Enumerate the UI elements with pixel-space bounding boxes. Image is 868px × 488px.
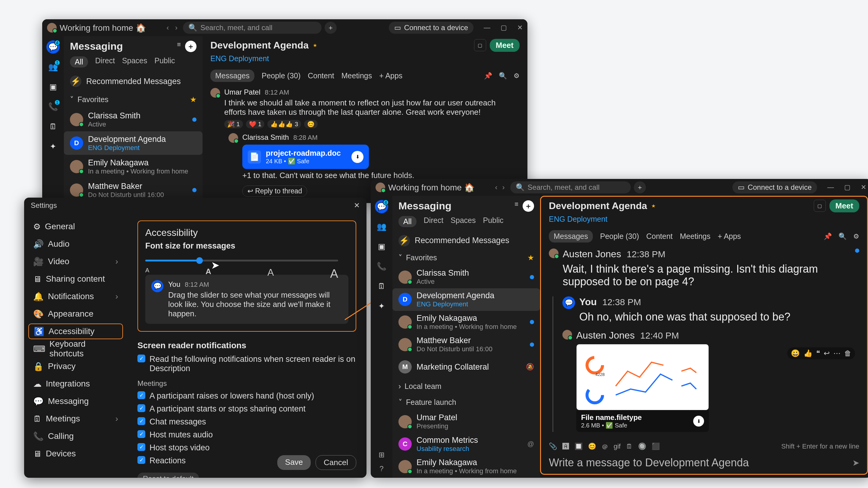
- tab-content[interactable]: Content: [646, 232, 673, 241]
- camera-button[interactable]: ▢: [474, 39, 486, 51]
- tab-apps[interactable]: + Apps: [718, 232, 741, 241]
- checkbox[interactable]: ✓: [137, 430, 145, 438]
- recommended-row[interactable]: ⚡ Recommended Messages: [64, 72, 203, 91]
- new-action-button[interactable]: ＋: [634, 181, 646, 193]
- tab-people[interactable]: People (30): [600, 232, 639, 241]
- record-icon[interactable]: 🔘: [638, 443, 646, 452]
- camera-button[interactable]: ▢: [814, 200, 826, 212]
- conv-emily[interactable]: Emily NakagawaIn a meeting • Working fro…: [64, 155, 203, 178]
- favorites-header[interactable]: ˅ Favorites ★: [64, 91, 203, 108]
- checkbox[interactable]: ✓: [137, 443, 145, 451]
- format-icon[interactable]: 🅰: [562, 443, 569, 452]
- filter-spaces[interactable]: Spaces: [122, 56, 147, 67]
- conv-umar[interactable]: Umar PatelPresenting: [393, 410, 540, 433]
- settings-nav-notifications[interactable]: 🔔Notifications›: [28, 289, 123, 304]
- react-smile[interactable]: 😀: [791, 349, 800, 358]
- settings-nav-general[interactable]: ⚙General: [28, 219, 123, 234]
- global-search[interactable]: 🔍 Search, meet, and call: [183, 22, 321, 34]
- tab-people[interactable]: People (30): [261, 71, 301, 80]
- feature-launch-header[interactable]: ˅Feature launch: [393, 394, 540, 411]
- author-avatar[interactable]: [228, 133, 238, 143]
- close-button[interactable]: ✕: [517, 24, 523, 32]
- react-more[interactable]: ⋯: [833, 349, 841, 358]
- checkbox[interactable]: ✓: [137, 404, 145, 412]
- checkbox[interactable]: ✓: [137, 456, 145, 464]
- react-thumbs[interactable]: 👍: [804, 349, 812, 358]
- pin-icon[interactable]: 📌: [824, 233, 832, 240]
- author-avatar[interactable]: [210, 88, 220, 98]
- settings-nav-appearance[interactable]: 🎨Appearance: [28, 306, 123, 322]
- meet-button[interactable]: Meet: [490, 39, 520, 52]
- minimize-button[interactable]: —: [827, 184, 834, 191]
- back-button[interactable]: ‹: [495, 183, 498, 191]
- font-size-slider[interactable]: A A A A ➤: [145, 255, 338, 268]
- settings-nav-meetings[interactable]: 🗓Meetings›: [28, 411, 123, 427]
- conv-development-agenda[interactable]: D Development AgendaENG Deployment: [64, 131, 203, 155]
- reset-button[interactable]: Reset to default: [137, 473, 199, 478]
- checkbox-row[interactable]: ✓A participant raises or lowers hand (ho…: [137, 390, 356, 402]
- local-team-header[interactable]: ›Local team: [393, 378, 540, 394]
- tab-meetings[interactable]: Meetings: [341, 71, 372, 80]
- space-link[interactable]: ENG Deployment: [210, 54, 520, 67]
- filter-icon[interactable]: ≡: [177, 41, 181, 52]
- settings-nav-audio[interactable]: 🔊Audio: [28, 236, 123, 252]
- favorite-star[interactable]: ★: [651, 203, 655, 209]
- help-icon[interactable]: ?: [379, 464, 383, 473]
- cancel-button[interactable]: Cancel: [315, 455, 356, 470]
- maximize-button[interactable]: ▢: [501, 24, 507, 32]
- filter-public[interactable]: Public: [154, 56, 175, 67]
- forward-button[interactable]: ›: [175, 24, 178, 32]
- checkbox-row[interactable]: ✓Host stops video: [137, 441, 356, 454]
- save-button[interactable]: Save: [277, 455, 311, 470]
- minimize-button[interactable]: —: [484, 24, 490, 32]
- recommended-row[interactable]: ⚡Recommended Messages: [393, 231, 540, 250]
- connect-device[interactable]: ▭Connect to a device: [733, 181, 817, 193]
- rail-contacts[interactable]: ▣: [46, 80, 60, 93]
- pin-icon[interactable]: 📌: [484, 72, 492, 80]
- conv-common-metrics[interactable]: CCommon MetricsUsability research@: [393, 433, 540, 455]
- conv-matthew[interactable]: Matthew BakerDo Not Disturb until 16:00: [393, 333, 540, 356]
- emoji-icon[interactable]: 😊: [588, 443, 596, 452]
- rail-calendar[interactable]: 🗓: [46, 120, 60, 133]
- forward-button[interactable]: ›: [502, 183, 505, 191]
- presence-status[interactable]: Working from home 🏠: [388, 183, 475, 193]
- tab-meetings[interactable]: Meetings: [680, 232, 710, 241]
- close-button[interactable]: ✕: [861, 184, 866, 191]
- space-link[interactable]: ENG Deployment: [549, 215, 859, 227]
- sr-description[interactable]: ✓ Read the following notifications when …: [137, 353, 356, 375]
- settings-nav-devices[interactable]: 🖥Devices: [28, 446, 123, 461]
- composer-input[interactable]: Write a message to Development Agenda: [549, 456, 749, 469]
- image-attachment[interactable]: 4228: [576, 344, 709, 410]
- author-avatar[interactable]: [562, 330, 572, 339]
- tab-messages[interactable]: Messages: [549, 230, 593, 242]
- rail-calendar[interactable]: 🗓: [375, 280, 388, 293]
- download-button[interactable]: ⬇: [351, 151, 364, 163]
- rail-calls[interactable]: 📞: [375, 260, 388, 273]
- tab-messages[interactable]: Messages: [210, 70, 254, 82]
- favorite-star[interactable]: ★: [313, 42, 317, 48]
- checkbox[interactable]: ✓: [137, 391, 145, 399]
- conv-emily[interactable]: Emily NakagawaIn a meeting • Working fro…: [393, 311, 540, 333]
- gear-icon[interactable]: ⚙: [514, 72, 520, 80]
- react-reply[interactable]: ↩: [824, 349, 830, 358]
- gear-icon[interactable]: ⚙: [853, 233, 859, 240]
- new-action-button[interactable]: ＋: [324, 22, 337, 34]
- schedule-icon[interactable]: 🗓: [626, 443, 632, 452]
- attach-icon[interactable]: 📎: [549, 443, 557, 452]
- rail-teams[interactable]: 👥1: [46, 60, 60, 73]
- conv-emily-2[interactable]: Emily NakagawaIn a meeting • Working fro…: [393, 455, 540, 478]
- user-avatar[interactable]: [47, 23, 57, 33]
- settings-nav-messaging[interactable]: 💬Messaging: [28, 393, 123, 409]
- rail-chat[interactable]: 💬4: [375, 200, 388, 213]
- rail-more[interactable]: ✦: [46, 140, 60, 153]
- global-search[interactable]: 🔍 Search, meet, and call: [510, 181, 631, 193]
- file-attachment[interactable]: 📄 project-roadmap.doc 24 KB • ✅ Safe ⬇: [242, 144, 369, 169]
- filter-all[interactable]: All: [70, 56, 88, 67]
- checkbox-row[interactable]: ✓A participant starts or stops sharing c…: [137, 402, 356, 415]
- react-delete[interactable]: 🗑: [844, 349, 851, 358]
- reply-thread-button[interactable]: ↩ Reply to thread: [242, 186, 307, 197]
- filter-icon[interactable]: ≡: [515, 200, 518, 212]
- checkbox[interactable]: ✓: [137, 355, 145, 362]
- bitmap-icon[interactable]: ⬛: [652, 443, 660, 452]
- download-button[interactable]: ⬇: [693, 416, 704, 427]
